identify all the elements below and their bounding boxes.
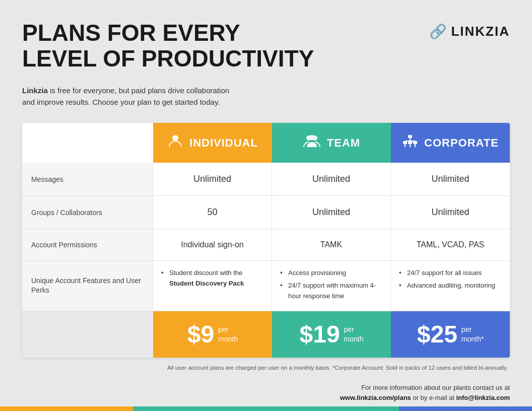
col-header-individual-label: INDIVIDUAL xyxy=(189,136,258,150)
svg-rect-8 xyxy=(408,141,412,144)
bottom-bar-corporate xyxy=(399,406,532,411)
groups-row: Groups / Collaborators 50 Unlimited Unli… xyxy=(22,196,510,229)
logo-text: LINKZIA xyxy=(451,24,510,39)
footer-contact: For more information about our plants co… xyxy=(22,383,510,404)
permissions-row: Account Permissions Individual sign-on T… xyxy=(22,229,510,261)
svg-point-3 xyxy=(309,135,314,140)
col-header-individual: INDIVIDUAL xyxy=(153,123,272,163)
main-title: PLANS FOR EVERY LEVEL OF PRODUCTIVITY xyxy=(22,20,314,71)
bottom-bar-individual xyxy=(0,406,133,411)
features-team: Access provisioning 24/7 support with ma… xyxy=(272,261,391,310)
footer-note: All user account plans are charged per u… xyxy=(22,358,510,375)
footer-link-email[interactable]: info@linkzia.com xyxy=(456,394,510,401)
groups-corporate: Unlimited xyxy=(391,196,510,229)
col-header-team: TEAM xyxy=(272,123,391,163)
pricing-corporate: $25 per month* xyxy=(391,311,510,358)
messages-team: Unlimited xyxy=(272,163,391,195)
logo: 🔗 LINKZIA xyxy=(429,23,510,40)
subtitle-bold: Linkzia xyxy=(22,86,48,95)
subtitle-regular: is free for everyone, but paid plans dri… xyxy=(48,86,229,95)
pricing-team: $19 per month xyxy=(272,311,391,358)
feature-item: Advanced auditing, monitoring xyxy=(399,281,502,291)
permissions-label: Account Permissions xyxy=(22,229,153,260)
feature-item: 24/7 support with maximum 4-hour respons… xyxy=(280,281,382,302)
column-headers: INDIVIDUAL TEAM xyxy=(22,123,510,163)
messages-label: Messages xyxy=(22,163,153,195)
svg-rect-9 xyxy=(413,141,417,144)
permissions-team: TAMK xyxy=(272,229,391,260)
groups-team: Unlimited xyxy=(272,196,391,229)
price-corporate-amount: $25 xyxy=(417,322,457,347)
groups-label: Groups / Collaborators xyxy=(22,196,153,229)
feature-item: Access provisioning xyxy=(280,268,382,279)
svg-rect-4 xyxy=(408,135,412,138)
messages-corporate: Unlimited xyxy=(391,163,510,195)
corporate-icon xyxy=(402,133,418,153)
price-team-period: per month xyxy=(344,325,364,343)
features-corporate: 24/7 support for all issues Advanced aud… xyxy=(391,261,510,310)
team-icon xyxy=(303,133,321,153)
permissions-individual: Individual sign-on xyxy=(153,229,272,260)
pricing-row: $9 per month $19 per month $25 per month… xyxy=(22,311,510,358)
individual-icon xyxy=(167,133,183,153)
logo-icon: 🔗 xyxy=(429,23,447,40)
bottom-bar xyxy=(0,406,532,411)
price-team-amount: $19 xyxy=(299,322,340,347)
groups-individual: 50 xyxy=(153,196,272,229)
features-label: Unique Account Features and User Perks xyxy=(22,261,153,310)
svg-rect-7 xyxy=(403,141,407,144)
price-corporate-period: per month* xyxy=(461,325,484,343)
permissions-corporate: TAML, VCAD, PAS xyxy=(391,229,510,260)
header: PLANS FOR EVERY LEVEL OF PRODUCTIVITY 🔗 … xyxy=(22,20,510,71)
footer-link-plans[interactable]: www.linkzia.com/plans xyxy=(340,394,411,401)
header-empty-cell xyxy=(22,123,153,163)
subtitle-line2: and improve results. Choose your plan to… xyxy=(22,98,220,106)
col-header-corporate-label: CORPORATE xyxy=(424,136,499,150)
col-header-corporate: CORPORATE xyxy=(391,123,510,163)
features-individual: Student discount with the Student Discov… xyxy=(153,261,272,310)
subtitle: Linkzia is free for everyone, but paid p… xyxy=(22,85,510,108)
col-header-team-label: TEAM xyxy=(327,136,360,150)
messages-row: Messages Unlimited Unlimited Unlimited xyxy=(22,163,510,196)
feature-item: 24/7 support for all issues xyxy=(399,268,502,279)
bottom-bar-team xyxy=(133,406,399,411)
pricing-table: INDIVIDUAL TEAM xyxy=(22,123,510,357)
feature-item: Student discount with the Student Discov… xyxy=(161,268,263,289)
price-individual-period: per month xyxy=(218,325,238,343)
price-individual-amount: $9 xyxy=(187,322,214,347)
features-row: Unique Account Features and User Perks S… xyxy=(22,261,510,311)
pricing-individual: $9 per month xyxy=(153,311,272,358)
svg-point-0 xyxy=(172,135,178,141)
pricing-empty-cell xyxy=(22,311,153,358)
messages-individual: Unlimited xyxy=(153,163,272,195)
